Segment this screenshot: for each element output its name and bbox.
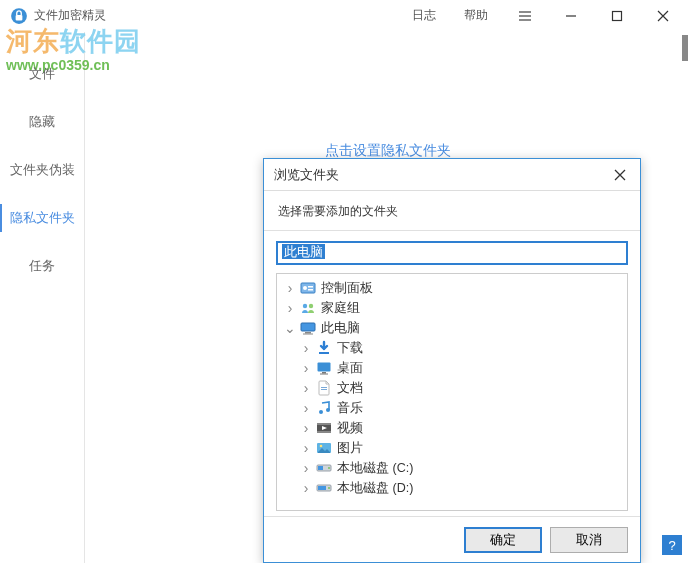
- sidebar-item-label: 文件夹伪装: [10, 161, 75, 179]
- svg-point-27: [328, 467, 330, 469]
- documents-icon: [315, 380, 333, 396]
- svg-point-30: [328, 487, 330, 489]
- sidebar: 文件 隐藏 文件夹伪装 隐私文件夹 任务: [0, 32, 85, 563]
- sidebar-item-privacy[interactable]: 隐私文件夹: [0, 194, 84, 242]
- menu-button[interactable]: [502, 0, 548, 32]
- disk-d-icon: [315, 480, 333, 496]
- svg-rect-1: [16, 14, 23, 20]
- tree-item-videos[interactable]: ›视频: [277, 418, 627, 438]
- sidebar-item-file[interactable]: 文件: [0, 50, 84, 98]
- titlebar: 文件加密精灵 日志 帮助: [0, 0, 690, 32]
- svg-point-24: [320, 445, 323, 448]
- tree-item-label: 下载: [337, 340, 363, 357]
- dialog-footer: 确定 取消: [264, 516, 640, 562]
- app-title: 文件加密精灵: [34, 7, 106, 24]
- tree-item-control-panel[interactable]: ›控制面板: [277, 278, 627, 298]
- tree-expander-icon[interactable]: ›: [283, 300, 297, 316]
- svg-rect-21: [317, 423, 331, 425]
- svg-rect-22: [317, 431, 331, 433]
- control-panel-icon: [299, 280, 317, 296]
- svg-rect-13: [318, 363, 331, 372]
- tree-expander-icon[interactable]: ›: [299, 480, 313, 496]
- sidebar-item-label: 任务: [29, 257, 55, 275]
- svg-rect-17: [321, 389, 327, 390]
- tree-item-disk-d[interactable]: ›本地磁盘 (D:): [277, 478, 627, 498]
- downloads-icon: [315, 340, 333, 356]
- dialog-close-button[interactable]: [600, 159, 640, 190]
- tree-expander-icon[interactable]: ›: [283, 280, 297, 296]
- tree-expander-icon[interactable]: ›: [299, 360, 313, 376]
- svg-rect-11: [303, 334, 313, 335]
- maximize-button[interactable]: [594, 0, 640, 32]
- svg-point-18: [319, 410, 323, 414]
- svg-rect-6: [308, 289, 313, 291]
- svg-rect-29: [318, 486, 326, 490]
- tree-item-downloads[interactable]: ›下载: [277, 338, 627, 358]
- browse-folder-dialog: 浏览文件夹 选择需要添加的文件夹 此电脑 ›控制面板›家庭组⌄此电脑›下载›桌面…: [263, 158, 641, 563]
- svg-point-4: [303, 286, 307, 290]
- help-badge[interactable]: ?: [662, 535, 682, 555]
- svg-rect-14: [322, 372, 326, 374]
- music-icon: [315, 400, 333, 416]
- tree-item-this-pc[interactable]: ⌄此电脑: [277, 318, 627, 338]
- tree-item-label: 控制面板: [321, 280, 373, 297]
- tree-item-label: 家庭组: [321, 300, 360, 317]
- svg-rect-15: [320, 374, 328, 375]
- sidebar-item-label: 隐私文件夹: [10, 209, 75, 227]
- tree-expander-icon[interactable]: ›: [299, 400, 313, 416]
- sidebar-item-hide[interactable]: 隐藏: [0, 98, 84, 146]
- tree-item-label: 本地磁盘 (C:): [337, 460, 413, 477]
- sidebar-item-tasks[interactable]: 任务: [0, 242, 84, 290]
- help-button[interactable]: 帮助: [450, 0, 502, 32]
- tree-item-desktop[interactable]: ›桌面: [277, 358, 627, 378]
- cancel-button[interactable]: 取消: [550, 527, 628, 553]
- pictures-icon: [315, 440, 333, 456]
- tree-expander-icon[interactable]: ›: [299, 420, 313, 436]
- dialog-titlebar: 浏览文件夹: [264, 159, 640, 191]
- svg-rect-26: [318, 466, 323, 470]
- tree-expander-icon[interactable]: ⌄: [283, 320, 297, 336]
- tree-expander-icon[interactable]: ›: [299, 440, 313, 456]
- sidebar-item-label: 隐藏: [29, 113, 55, 131]
- desktop-icon: [315, 360, 333, 376]
- disk-c-icon: [315, 460, 333, 476]
- svg-rect-12: [319, 352, 329, 354]
- this-pc-icon: [299, 320, 317, 336]
- sidebar-item-disguise[interactable]: 文件夹伪装: [0, 146, 84, 194]
- folder-path-input[interactable]: 此电脑: [276, 241, 628, 265]
- videos-icon: [315, 420, 333, 436]
- folder-tree[interactable]: ›控制面板›家庭组⌄此电脑›下载›桌面›文档›音乐›视频›图片›本地磁盘 (C:…: [276, 273, 628, 511]
- svg-point-7: [303, 304, 307, 308]
- homegroup-icon: [299, 300, 317, 316]
- tree-item-homegroup[interactable]: ›家庭组: [277, 298, 627, 318]
- tree-expander-icon[interactable]: ›: [299, 460, 313, 476]
- tree-item-label: 文档: [337, 380, 363, 397]
- tree-item-disk-c[interactable]: ›本地磁盘 (C:): [277, 458, 627, 478]
- svg-rect-9: [301, 323, 315, 331]
- svg-rect-16: [321, 387, 327, 388]
- ok-button[interactable]: 确定: [464, 527, 542, 553]
- tree-item-label: 桌面: [337, 360, 363, 377]
- tree-item-label: 视频: [337, 420, 363, 437]
- svg-rect-5: [308, 286, 313, 288]
- tree-item-label: 图片: [337, 440, 363, 457]
- log-button[interactable]: 日志: [398, 0, 450, 32]
- svg-point-8: [309, 304, 313, 308]
- tree-expander-icon[interactable]: ›: [299, 380, 313, 396]
- app-lock-icon: [10, 7, 28, 25]
- tree-item-label: 本地磁盘 (D:): [337, 480, 413, 497]
- tree-item-pictures[interactable]: ›图片: [277, 438, 627, 458]
- svg-rect-2: [613, 11, 622, 20]
- tree-item-documents[interactable]: ›文档: [277, 378, 627, 398]
- svg-rect-10: [305, 332, 311, 334]
- svg-point-19: [326, 408, 330, 412]
- dialog-subtitle: 选择需要添加的文件夹: [264, 191, 640, 231]
- tree-expander-icon[interactable]: ›: [299, 340, 313, 356]
- dialog-title: 浏览文件夹: [274, 166, 339, 184]
- tree-item-label: 音乐: [337, 400, 363, 417]
- minimize-button[interactable]: [548, 0, 594, 32]
- sidebar-item-label: 文件: [29, 65, 55, 83]
- close-button[interactable]: [640, 0, 686, 32]
- tree-item-music[interactable]: ›音乐: [277, 398, 627, 418]
- tree-item-label: 此电脑: [321, 320, 360, 337]
